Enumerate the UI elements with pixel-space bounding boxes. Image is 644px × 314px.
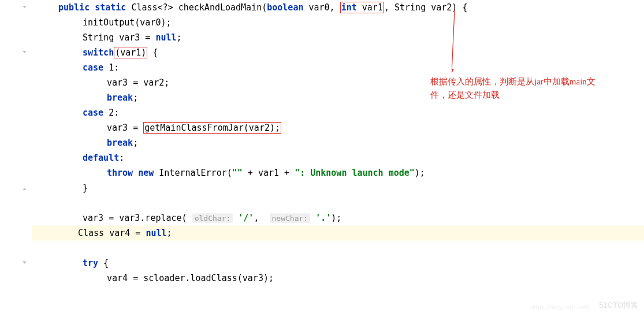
watermark: https://blog.csdn.net/ (530, 304, 589, 311)
code-line: switch(var1) { (36, 45, 644, 60)
code-area[interactable]: public static Class<?> checkAndLoadMain(… (32, 0, 644, 314)
code-line (36, 241, 644, 256)
fold-icon[interactable] (21, 5, 27, 10)
code-line: var3 = var3.replace( oldChar: '/', newCh… (36, 210, 644, 226)
fold-icon[interactable] (21, 185, 27, 191)
code-line: try { (36, 256, 644, 271)
fold-icon[interactable] (21, 50, 27, 56)
highlighted-line: Class var4 = null; (32, 226, 644, 241)
code-line: } (36, 180, 644, 195)
code-line: initOutput(var0); (36, 15, 644, 30)
param-hint: oldChar: (192, 213, 233, 223)
red-box-switch: (var1) (114, 47, 147, 58)
gutter (0, 0, 32, 314)
code-line: case 2: (36, 105, 644, 120)
fold-icon[interactable] (21, 260, 27, 266)
code-line: case 1: (36, 60, 644, 75)
code-line (36, 195, 644, 210)
param-hint: newChar: (270, 213, 311, 223)
code-line: public static Class<?> checkAndLoadMain(… (36, 0, 644, 15)
annotation-text: 根据传入的属性，判断是从jar中加载main文 件，还是文件加载 (430, 75, 609, 101)
red-box-param: int var1 (340, 2, 384, 13)
code-line: default: (36, 150, 644, 165)
code-line: String var3 = null; (36, 30, 644, 45)
code-line: var3 = getMainClassFromJar(var2); (36, 120, 644, 135)
code-line: var4 = scloader.loadClass(var3); (36, 271, 644, 286)
code-line: break; (36, 135, 644, 150)
code-editor: public static Class<?> checkAndLoadMain(… (0, 0, 644, 314)
code-line: throw new InternalError("" + var1 + ": U… (36, 165, 644, 180)
red-box-method: getMainClassFromJar(var2); (143, 122, 281, 134)
watermark: 51CTO博客 (599, 300, 638, 311)
